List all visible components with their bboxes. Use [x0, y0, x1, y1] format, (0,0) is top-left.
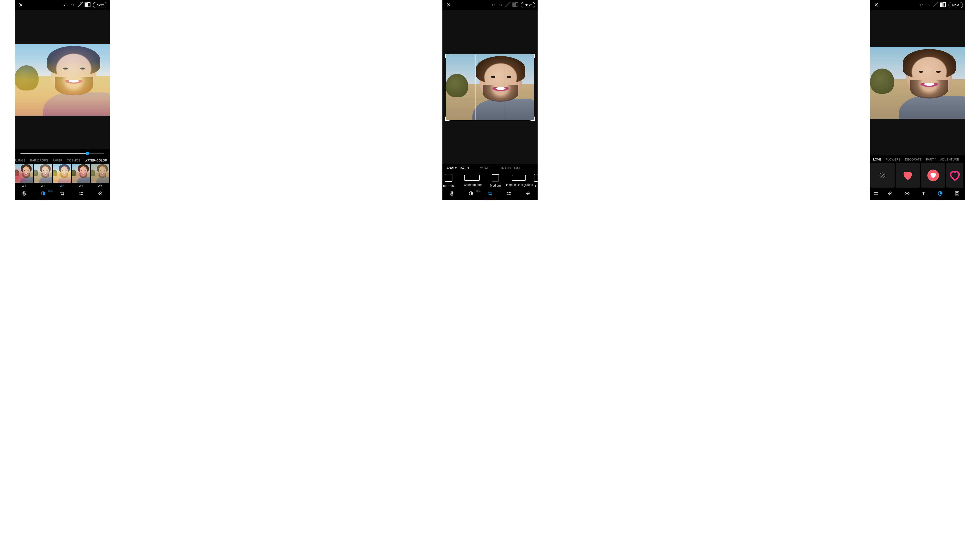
next-button[interactable]: Next [948, 2, 963, 8]
close-icon[interactable]: ✕ [17, 2, 24, 8]
bottom-nav: BETA [14, 187, 110, 200]
beta-badge: BETA [476, 190, 480, 192]
category-party[interactable]: PARTY [926, 158, 936, 161]
compare-icon[interactable] [84, 1, 91, 10]
nav-crop[interactable] [484, 191, 496, 197]
wand-icon[interactable] [932, 1, 939, 10]
svg-rect-18 [940, 2, 943, 7]
category-watercolor[interactable]: WATER-COLOR [85, 159, 107, 162]
bottom-nav [870, 187, 966, 200]
crop-handle-br[interactable] [530, 117, 535, 121]
aspect-presets: itter Post Twitter Header Medium LinkedI… [442, 172, 538, 187]
category-love[interactable]: LOVE [873, 158, 881, 161]
next-button[interactable]: Next [521, 2, 535, 8]
svg-rect-25 [955, 192, 959, 195]
category-adventure[interactable]: ADVENTURE [940, 158, 959, 161]
svg-point-15 [508, 192, 509, 193]
nav-effects[interactable]: BETA [465, 191, 477, 197]
preset-twitter-header[interactable]: Twitter Header [463, 175, 480, 187]
svg-point-7 [81, 194, 83, 195]
sticker-heart-outline[interactable] [946, 163, 963, 187]
filter-w2[interactable]: W2 [34, 164, 52, 187]
nav-crop-partial[interactable] [872, 191, 880, 197]
category-runge[interactable]: RUNGE [14, 159, 25, 162]
nav-heal[interactable] [94, 191, 107, 197]
sticker-none[interactable] [870, 163, 894, 187]
wand-icon[interactable] [504, 1, 511, 10]
screen-crop: ✕ ↶ ↷ Next ASPECT RATIO [442, 0, 538, 200]
undo-icon[interactable]: ↶ [917, 2, 924, 8]
category-raindrops[interactable]: RAINDROPS [30, 159, 48, 162]
svg-rect-1 [88, 2, 90, 7]
filter-category-row: RUNGE RAINDROPS PAPER COSMOS WATER-COLOR [14, 157, 110, 164]
preset-linkedin-bg[interactable]: LinkedIn Background [510, 175, 527, 187]
category-cosmos[interactable]: COSMOS [67, 159, 80, 162]
nav-redeye[interactable] [901, 191, 913, 197]
nav-adjust[interactable] [503, 191, 515, 197]
svg-point-23 [906, 193, 908, 194]
close-icon[interactable]: ✕ [873, 2, 880, 8]
intensity-slider[interactable] [14, 149, 110, 157]
filter-w3[interactable]: W3 [53, 164, 71, 187]
undo-icon[interactable]: ↶ [62, 2, 69, 8]
compare-icon[interactable] [939, 1, 947, 10]
category-decorate[interactable]: DECORATE [905, 158, 922, 161]
tab-transform[interactable]: TRANSFORM [500, 167, 520, 170]
next-button[interactable]: Next [93, 2, 107, 8]
topbar: ✕ ↶ ↷ Next [870, 0, 966, 10]
crop-handle-tl[interactable] [445, 54, 450, 58]
svg-rect-26 [956, 192, 958, 194]
bottom-nav: BETA [442, 187, 538, 200]
redo-icon[interactable]: ↷ [497, 2, 504, 8]
nav-heal[interactable] [884, 191, 896, 197]
nav-adjust[interactable] [75, 191, 88, 197]
preset-extra[interactable]: E [534, 174, 538, 187]
category-paper[interactable]: PAPER [52, 159, 62, 162]
beta-badge: BETA [48, 190, 53, 192]
crop-sub-tabs: ASPECT RATIO ROTATE TRANSFORM [442, 164, 538, 172]
svg-rect-10 [515, 2, 518, 7]
screen-watercolor: ✕ ↶ ↷ Next R [14, 0, 110, 200]
sticker-category-row: LOVE FLOWERS DECORATE PARTY ADVENTURE [870, 156, 966, 163]
nav-sticker[interactable] [934, 191, 946, 197]
crop-handle-tr[interactable] [530, 54, 535, 58]
image-canvas[interactable] [870, 10, 966, 156]
topbar: ✕ ↶ ↷ Next [14, 0, 110, 10]
category-flowers[interactable]: FLOWERS [886, 158, 900, 161]
filter-thumbnails: W1 W2 W3 W4 W5 [14, 164, 110, 187]
svg-rect-19 [943, 2, 946, 7]
preset-twitter-post[interactable]: itter Post [442, 174, 457, 187]
crop-handle-bl[interactable] [445, 117, 450, 121]
filter-w1[interactable]: W1 [14, 164, 33, 187]
nav-text[interactable] [918, 191, 930, 197]
svg-point-6 [80, 192, 81, 193]
nav-filters[interactable] [446, 191, 458, 197]
preset-medium[interactable]: Medium [487, 174, 504, 187]
nav-heal[interactable] [522, 191, 534, 197]
sticker-heart-badge[interactable] [921, 163, 945, 187]
filter-w4[interactable]: W4 [72, 164, 90, 187]
image-canvas[interactable] [14, 10, 110, 149]
nav-frame[interactable] [951, 191, 963, 197]
redo-icon[interactable]: ↷ [924, 2, 932, 8]
tab-aspect-ratio[interactable]: ASPECT RATIO [447, 167, 469, 170]
close-icon[interactable]: ✕ [445, 2, 452, 8]
sticker-row [870, 163, 966, 187]
nav-filters[interactable] [18, 191, 30, 197]
svg-point-16 [509, 194, 510, 195]
topbar: ✕ ↶ ↷ Next [442, 0, 538, 10]
image-canvas[interactable] [442, 10, 538, 164]
nav-effects[interactable]: BETA [37, 191, 49, 197]
undo-icon[interactable]: ↶ [490, 2, 497, 8]
svg-rect-9 [512, 2, 515, 7]
filter-w5[interactable]: W5 [91, 164, 109, 187]
svg-rect-0 [85, 2, 87, 7]
compare-icon[interactable] [511, 1, 519, 10]
screen-stickers: ✕ ↶ ↷ Next LOVE FLOWERS DECORATE PARTY A… [870, 0, 966, 200]
nav-crop[interactable] [56, 191, 68, 197]
redo-icon[interactable]: ↷ [69, 2, 76, 8]
sticker-heart-solid[interactable] [896, 163, 920, 187]
wand-icon[interactable] [76, 1, 84, 10]
tab-rotate[interactable]: ROTATE [479, 167, 491, 170]
